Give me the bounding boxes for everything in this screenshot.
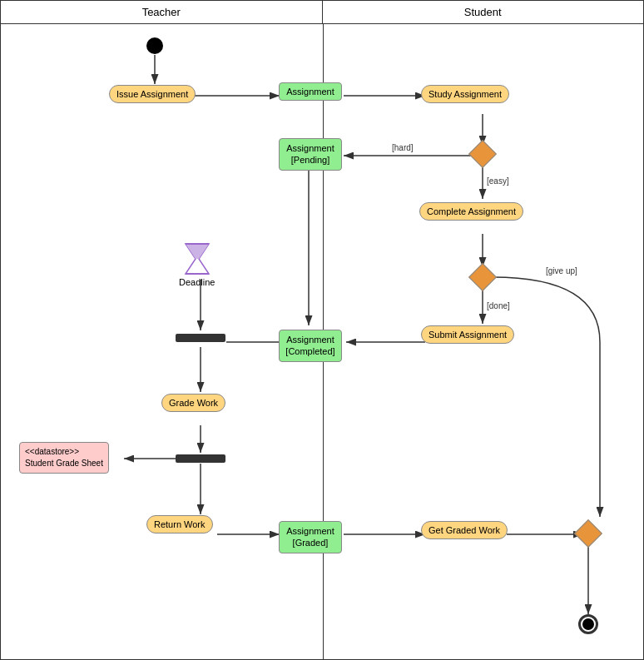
sync-bar-1 bbox=[176, 334, 225, 342]
return-work-node: Return Work bbox=[146, 515, 213, 533]
assignment-pending-node: Assignment[Pending] bbox=[279, 138, 342, 171]
assignment-completed-node: Assignment[Completed] bbox=[279, 330, 342, 362]
sync-bar-2 bbox=[176, 454, 225, 463]
grade-work-node: Grade Work bbox=[161, 394, 225, 412]
deadline-timer-node: Deadline bbox=[179, 242, 215, 287]
easy-label: [easy] bbox=[487, 176, 509, 186]
assignment-graded-node: Assignment[Graded] bbox=[279, 521, 342, 553]
submit-assignment-node: Submit Assignment bbox=[421, 325, 514, 344]
give-up-label: [give up] bbox=[546, 266, 577, 275]
study-assignment-node: Study Assignment bbox=[421, 85, 509, 103]
complete-assignment-node: Complete Assignment bbox=[419, 202, 523, 221]
get-graded-work-node: Get Graded Work bbox=[421, 521, 508, 539]
teacher-lane-header: Teacher bbox=[1, 1, 323, 23]
svg-marker-23 bbox=[186, 244, 209, 259]
student-lane-header: Student bbox=[323, 1, 644, 23]
hard-label: [hard] bbox=[392, 143, 414, 152]
diagram: Teacher Student [hard] [easy] [done] bbox=[0, 0, 644, 660]
student-grade-sheet-node: <<datastore>>Student Grade Sheet bbox=[19, 442, 109, 474]
deadline-label: Deadline bbox=[179, 277, 215, 287]
issue-assignment-node: Issue Assignment bbox=[109, 85, 196, 103]
end-node bbox=[578, 614, 598, 634]
assignment-object-node: Assignment bbox=[279, 82, 342, 101]
start-node bbox=[146, 37, 163, 54]
decision3-node bbox=[574, 519, 602, 548]
decision1-node bbox=[468, 140, 497, 168]
done-label: [done] bbox=[487, 301, 510, 310]
decision2-node bbox=[468, 263, 497, 291]
